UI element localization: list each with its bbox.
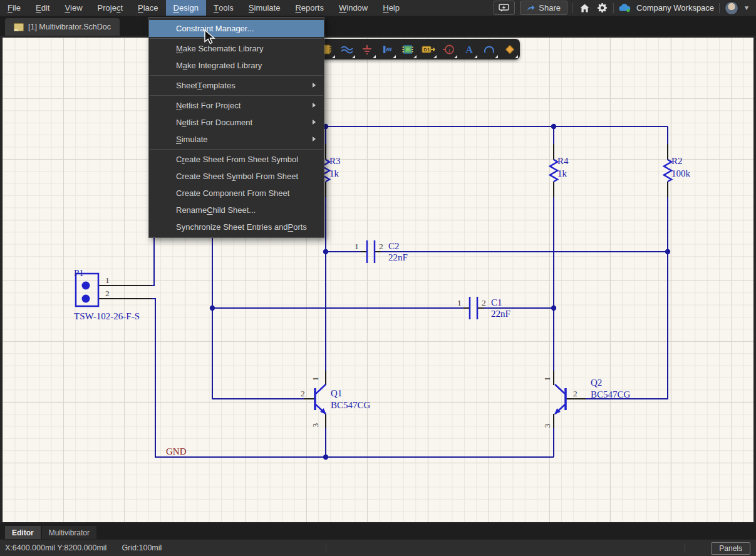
menu-item-make-integrated-library[interactable]: Make Integrated Library: [149, 57, 324, 74]
r3-designator[interactable]: R3: [329, 156, 341, 166]
home-icon: [580, 4, 589, 13]
c1-pin2-number: 2: [482, 298, 486, 307]
c1-designator[interactable]: C1: [491, 297, 502, 307]
share-icon: [527, 4, 535, 11]
resistor-r3[interactable]: R3 1k: [322, 156, 341, 182]
place-wire-button[interactable]: [337, 39, 358, 59]
menu-item-rename-child-sheet[interactable]: Rename Child Sheet...: [149, 202, 324, 219]
p1-designator[interactable]: P1: [74, 268, 84, 278]
submenu-arrow-icon: [313, 120, 316, 125]
p1-pin1-number: 1: [105, 275, 110, 285]
home-button[interactable]: [578, 2, 591, 14]
schematic-canvas[interactable]: P1 TSW-102-26-F-S 1 2 R3 1k R4 1k R2 100…: [3, 38, 753, 522]
q1-designator[interactable]: Q1: [331, 388, 342, 398]
design-menu-popup: Constraint Manager... Make Schematic Lib…: [148, 17, 324, 238]
resistor-r4[interactable]: R4 1k: [550, 156, 569, 182]
menu-item-synchronize-sheet-entries-and-ports[interactable]: Synchronize Sheet Entries and Ports: [149, 219, 324, 235]
document-tab-multivibrator[interactable]: [1] Multivibrator.SchDoc: [5, 18, 120, 36]
workspace-cloud-button[interactable]: [619, 2, 631, 14]
place-net-label-button[interactable]: D1: [418, 39, 439, 59]
menu-item-make-schematic-library[interactable]: Make Schematic Library: [149, 40, 324, 57]
divider: [613, 3, 614, 13]
menu-item-create-component-from-sheet[interactable]: Create Component From Sheet: [149, 185, 324, 202]
r2-value[interactable]: 100k: [671, 168, 691, 178]
place-no-erc-button[interactable]: i: [438, 39, 459, 59]
panels-button[interactable]: Panels: [711, 542, 750, 555]
menu-edit[interactable]: Edit: [28, 0, 57, 16]
document-tab-label: [1] Multivibrator.SchDoc: [28, 23, 111, 31]
q2-value[interactable]: BC547CG: [591, 389, 631, 399]
place-port-button[interactable]: [378, 39, 398, 59]
menu-separator: [150, 38, 323, 39]
r4-value[interactable]: 1k: [557, 168, 567, 178]
menu-item-simulate[interactable]: Simulate: [149, 131, 324, 148]
tab-editor[interactable]: Editor: [5, 526, 41, 539]
connector-p1[interactable]: P1 TSW-102-26-F-S 1 2: [74, 268, 140, 321]
divider: [685, 543, 685, 553]
transistor-q2[interactable]: Q2 BC547CG 1 2 3: [542, 377, 631, 428]
q2-pin3-number: 3: [542, 423, 552, 428]
menu-item-create-sheet-from-sheet-symbol[interactable]: Create Sheet From Sheet Symbol: [149, 151, 324, 168]
schematic-doc-icon: [14, 23, 24, 31]
c2-value[interactable]: 22nF: [388, 252, 408, 262]
schematic-editor-area: P1 TSW-102-26-F-S 1 2 R3 1k R4 1k R2 100…: [0, 36, 756, 523]
menu-project[interactable]: Project: [90, 0, 130, 16]
place-no-erc-icon: i: [442, 43, 455, 56]
chevron-down-icon[interactable]: ▼: [743, 4, 750, 11]
menu-window[interactable]: Window: [331, 0, 375, 16]
place-text-button[interactable]: A: [459, 39, 480, 59]
workspace-label: Company Workspace: [636, 3, 714, 13]
menu-separator: [150, 149, 323, 150]
p1-value[interactable]: TSW-102-26-F-S: [74, 311, 140, 321]
user-avatar[interactable]: [725, 1, 738, 15]
wire-q2-base-net[interactable]: [586, 126, 668, 399]
status-bar: X:6400.000mil Y:8200.000mil Grid:100mil …: [0, 539, 756, 556]
r4-designator[interactable]: R4: [557, 156, 569, 166]
place-power-port-button[interactable]: [357, 39, 378, 59]
menu-view[interactable]: View: [57, 0, 90, 16]
q1-pin3-number: 3: [311, 423, 320, 427]
q1-value[interactable]: BC547CG: [331, 400, 371, 410]
q2-designator[interactable]: Q2: [591, 378, 602, 388]
menu-design[interactable]: Design: [166, 0, 206, 16]
menu-tools[interactable]: Tools: [206, 0, 241, 16]
settings-button[interactable]: [596, 2, 608, 14]
transistor-q1[interactable]: Q1 BC547CG 1 2 3: [301, 377, 371, 428]
document-tab-bar: [1] Multivibrator.SchDoc: [0, 16, 756, 36]
place-power-port-icon: [361, 43, 373, 56]
c2-designator[interactable]: C2: [388, 241, 400, 251]
gnd-net-label[interactable]: GND: [166, 446, 187, 456]
tab-multivibrator[interactable]: Multivibrator: [42, 526, 96, 539]
menu-help[interactable]: Help: [375, 0, 407, 16]
submenu-arrow-icon: [313, 103, 316, 108]
c1-value[interactable]: 22nF: [491, 309, 510, 319]
place-parameter-button[interactable]: [500, 39, 520, 59]
menu-simulate[interactable]: Simulate: [241, 0, 288, 16]
c2-pin2-number: 2: [379, 242, 383, 251]
svg-text:i: i: [448, 46, 450, 53]
menu-item-netlist-for-project[interactable]: Netlist For Project: [149, 97, 324, 114]
divider: [719, 3, 720, 13]
menu-item-sheet-templates[interactable]: Sheet Templates: [149, 77, 324, 94]
svg-text:A: A: [465, 44, 474, 56]
gear-icon: [598, 3, 607, 13]
submenu-arrow-icon: [313, 83, 316, 88]
r2-designator[interactable]: R2: [671, 156, 683, 166]
r3-value[interactable]: 1k: [329, 168, 339, 178]
share-button[interactable]: Share: [520, 1, 567, 15]
menu-item-netlist-for-document[interactable]: Netlist For Document: [149, 114, 324, 131]
grid-setting: Grid:100mil: [122, 543, 162, 552]
comment-button[interactable]: [494, 1, 515, 15]
menu-reports[interactable]: Reports: [287, 0, 331, 16]
menu-file[interactable]: File: [0, 0, 28, 16]
place-ic-component-button[interactable]: [398, 39, 418, 59]
place-arc-button[interactable]: [479, 39, 500, 59]
menu-item-constraint-manager[interactable]: Constraint Manager...: [149, 20, 324, 37]
resistor-r2[interactable]: R2 100k: [664, 156, 691, 182]
menu-place[interactable]: Place: [130, 0, 166, 16]
divider: [326, 543, 326, 553]
c2-pin1-number: 1: [355, 242, 359, 251]
editor-tab-row: Editor Multivibrator: [0, 523, 756, 539]
q1-pin1-number: 1: [311, 377, 320, 381]
menu-item-create-sheet-symbol-from-sheet[interactable]: Create Sheet Symbol From Sheet: [149, 168, 324, 185]
